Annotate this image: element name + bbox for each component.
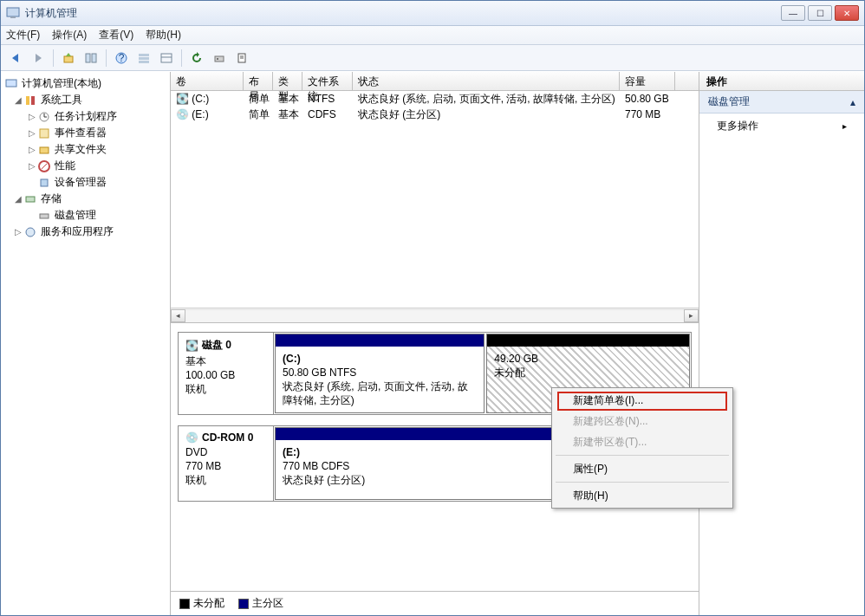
svg-rect-26 [40,129,49,138]
view-list-button[interactable] [134,49,153,68]
view-detail-button[interactable] [157,49,176,68]
actions-pane: 操作 磁盘管理 ▴ 更多操作 ▸ [699,72,864,615]
collapse-icon[interactable]: ◢ [13,95,23,105]
ctx-help[interactable]: 帮助(H) [554,485,731,506]
tree-task-scheduler[interactable]: ▷ 任务计划程序 [3,108,168,125]
volume-row[interactable]: 💽 (C:) 简单 基本 NTFS 状态良好 (系统, 启动, 页面文件, 活动… [171,91,699,107]
actions-section-disk-management[interactable]: 磁盘管理 ▴ [699,91,864,113]
partition-c[interactable]: (C:) 50.80 GB NTFS 状态良好 (系统, 启动, 页面文件, 活… [275,334,485,413]
maximize-button[interactable]: ☐ [808,5,832,21]
ctx-new-simple-volume[interactable]: 新建简单卷(I)... [554,390,731,411]
svg-rect-4 [64,56,73,62]
tree-performance[interactable]: ▷ 性能 [3,158,168,174]
svg-rect-21 [26,96,29,105]
disk-icon [37,209,51,223]
chevron-up-icon: ▴ [850,96,855,108]
col-status[interactable]: 状态 [353,72,620,90]
back-button[interactable] [6,49,25,68]
computer-icon [4,77,18,91]
horizontal-scrollbar[interactable]: ◂ ▸ [171,308,699,322]
minimize-button[interactable]: — [781,5,805,21]
tree-shared-folders[interactable]: ▷ 共享文件夹 [3,141,168,158]
properties-button[interactable] [232,49,251,68]
toolbar-separator [106,49,107,67]
swatch-unallocated [179,599,190,609]
actions-more[interactable]: 更多操作 ▸ [699,113,864,139]
expand-icon[interactable]: ▷ [13,227,23,237]
tree-pane[interactable]: 计算机管理(本地) ◢ 系统工具 ▷ 任务计划程序 ▷ 事件查看器 ▷ 共享文件… [1,72,171,615]
volume-list: 卷 布局 类型 文件系统 状态 容量 💽 (C:) 简单 基本 NTFS 状态良… [171,72,699,323]
menu-help[interactable]: 帮助(H) [146,28,181,42]
services-icon [23,225,37,239]
volume-row[interactable]: 💿 (E:) 简单 基本 CDFS 状态良好 (主分区) 770 MB [171,107,699,122]
expand-icon[interactable]: ▷ [27,128,37,138]
menu-file[interactable]: 文件(F) [6,28,40,42]
up-button[interactable] [59,49,78,68]
actions-header: 操作 [699,72,864,91]
forward-button[interactable] [29,49,48,68]
col-volume[interactable]: 卷 [171,72,244,90]
tree-services-apps[interactable]: ▷ 服务和应用程序 [3,224,168,240]
scroll-left-button[interactable]: ◂ [171,309,185,322]
svg-rect-10 [139,54,149,56]
svg-rect-22 [31,96,35,105]
settings-disk-button[interactable] [210,49,229,68]
swatch-primary [238,599,249,609]
svg-rect-11 [139,57,149,60]
scroll-right-button[interactable]: ▸ [684,309,699,322]
chevron-right-icon: ▸ [842,121,847,131]
toolbar-separator [181,49,182,67]
tree-storage[interactable]: ◢ 存储 [3,191,168,207]
volume-rows: 💽 (C:) 简单 基本 NTFS 状态良好 (系统, 启动, 页面文件, 活动… [171,91,699,308]
svg-marker-5 [66,53,71,56]
context-separator [556,482,729,483]
folder-share-icon [37,143,51,157]
main-area: 计算机管理(本地) ◢ 系统工具 ▷ 任务计划程序 ▷ 事件查看器 ▷ 共享文件… [1,71,864,615]
tree-disk-management[interactable]: ▷ 磁盘管理 [3,207,168,224]
ctx-new-spanned-volume: 新建跨区卷(N)... [554,411,731,431]
disk-info[interactable]: 💽磁盘 0 基本 100.00 GB 联机 [179,333,274,414]
title-bar: 计算机管理 — ☐ ✕ [1,1,864,26]
volume-list-header: 卷 布局 类型 文件系统 状态 容量 [171,72,699,91]
svg-rect-31 [26,197,35,202]
context-menu: 新建简单卷(I)... 新建跨区卷(N)... 新建带区卷(T)... 属性(P… [551,387,733,509]
ctx-new-striped-volume: 新建带区卷(T)... [554,431,731,452]
expand-icon[interactable]: ▷ [27,145,37,154]
svg-rect-32 [40,214,49,218]
menu-view[interactable]: 查看(V) [99,28,133,42]
svg-rect-20 [6,80,16,87]
col-capacity[interactable]: 容量 [620,72,675,90]
refresh-button[interactable] [187,49,206,68]
disc-icon: 💿 [176,108,189,120]
menu-action[interactable]: 操作(A) [52,28,87,42]
expand-icon[interactable]: ▷ [27,161,37,171]
expand-icon[interactable]: ▷ [27,112,37,121]
scroll-track[interactable] [185,309,684,322]
event-icon [37,126,51,140]
device-icon [37,176,51,190]
svg-rect-30 [41,179,48,186]
ctx-properties[interactable]: 属性(P) [554,458,731,479]
tree-device-manager[interactable]: ▷ 设备管理器 [3,174,168,191]
collapse-icon[interactable]: ◢ [13,194,23,204]
partition-colorbar [276,334,484,347]
app-icon [6,6,20,20]
tree-event-viewer[interactable]: ▷ 事件查看器 [3,125,168,141]
tree-system-tools[interactable]: ◢ 系统工具 [3,92,168,108]
disk-info[interactable]: 💿CD-ROM 0 DVD 770 MB 联机 [179,426,274,501]
drive-icon: 💽 [176,93,189,105]
disk-icon: 💽 [185,340,198,352]
close-button[interactable]: ✕ [835,5,859,21]
col-layout[interactable]: 布局 [244,72,273,90]
panes-button[interactable] [81,49,101,68]
legend: 未分配 主分区 [171,591,699,615]
tree-root[interactable]: 计算机管理(本地) [3,75,168,92]
svg-marker-2 [12,54,18,62]
middle-pane: 卷 布局 类型 文件系统 状态 容量 💽 (C:) 简单 基本 NTFS 状态良… [171,72,699,615]
col-filesystem[interactable]: 文件系统 [302,72,353,90]
col-type[interactable]: 类型 [273,72,302,90]
help-button[interactable]: ? [112,49,131,68]
svg-rect-7 [92,54,96,62]
toolbar-separator [53,49,54,67]
svg-rect-12 [139,61,149,63]
